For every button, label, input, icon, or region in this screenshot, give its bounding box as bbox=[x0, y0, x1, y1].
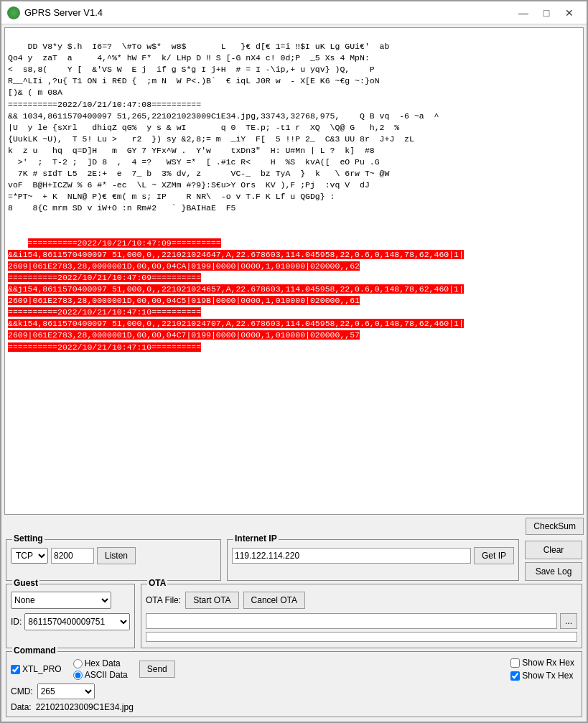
cmd-select[interactable]: 265 bbox=[37, 684, 95, 699]
app-icon bbox=[7, 6, 20, 19]
id-row: ID: 8611570400009751 bbox=[11, 613, 130, 630]
ota-file-label: OTA File: bbox=[146, 595, 181, 605]
id-label: ID: bbox=[11, 617, 22, 627]
title-bar: GPRS Server V1.4 — □ ✕ bbox=[1, 1, 587, 24]
cmd-row2: CMD: 265 bbox=[11, 684, 577, 699]
port-input[interactable] bbox=[51, 548, 94, 564]
ip-input[interactable] bbox=[232, 548, 471, 564]
command-group: Command XTL_PRO Hex Data bbox=[6, 651, 582, 717]
ota-browse-button[interactable]: ... bbox=[560, 613, 577, 629]
hex-data-radio-label[interactable]: Hex Data bbox=[73, 658, 128, 668]
show-rx-label[interactable]: Show Rx Hex bbox=[510, 658, 574, 668]
minimize-button[interactable]: — bbox=[512, 4, 535, 22]
hex-data-label: Hex Data bbox=[85, 658, 121, 668]
row3: Command XTL_PRO Hex Data bbox=[6, 651, 582, 717]
log-highlight: ==========2022/10/21/10:47:09========== … bbox=[8, 238, 464, 352]
cmd-row1: XTL_PRO Hex Data ASCII Data bbox=[11, 658, 577, 681]
ota-inner: OTA File: Start OTA Cancel OTA ... bbox=[146, 592, 577, 642]
guest-group: Guest None ID: 8611570400009751 bbox=[6, 584, 135, 648]
xtl-pro-checkbox-label[interactable]: XTL_PRO bbox=[11, 664, 62, 674]
internet-ip-group: Internet IP Get IP bbox=[227, 539, 519, 581]
hex-data-radio[interactable] bbox=[73, 659, 83, 668]
right-checkboxes: Show Rx Hex Show Tx Hex bbox=[510, 658, 577, 681]
row1: Setting TCP UDP Listen Internet IP Get I… bbox=[6, 539, 582, 581]
save-log-button[interactable]: Save Log bbox=[525, 562, 582, 581]
main-window: GPRS Server V1.4 — □ ✕ DD V8*y $.h I6=? … bbox=[0, 0, 588, 723]
start-ota-button[interactable]: Start OTA bbox=[185, 592, 238, 609]
cmd-row3: Data: 221021023009C1E34.jpg bbox=[11, 702, 577, 712]
show-rx-checkbox[interactable] bbox=[510, 658, 520, 668]
cmd-inner: XTL_PRO Hex Data ASCII Data bbox=[11, 658, 577, 712]
ascii-data-radio-label[interactable]: ASCII Data bbox=[73, 670, 128, 680]
controls-area: Setting TCP UDP Listen Internet IP Get I… bbox=[1, 536, 587, 722]
guest-label: Guest bbox=[12, 578, 39, 588]
internet-ip-row: Get IP bbox=[232, 547, 514, 564]
window-title: GPRS Server V1.4 bbox=[24, 7, 512, 18]
show-tx-label[interactable]: Show Tx Hex bbox=[510, 671, 574, 681]
command-label: Command bbox=[12, 645, 57, 656]
log-content: DD V8*y $.h I6=? \#To w$* w8$ L }€ d[€ 1… bbox=[8, 42, 439, 213]
guest-select[interactable]: None bbox=[11, 592, 111, 609]
ota-top-row: OTA File: Start OTA Cancel OTA bbox=[146, 592, 577, 609]
xtl-pro-checkbox[interactable] bbox=[11, 665, 20, 674]
cancel-ota-button[interactable]: Cancel OTA bbox=[243, 592, 305, 609]
ascii-data-radio[interactable] bbox=[73, 671, 83, 680]
internet-ip-label: Internet IP bbox=[233, 533, 279, 544]
listen-button[interactable]: Listen bbox=[97, 547, 136, 564]
maximize-button[interactable]: □ bbox=[535, 4, 558, 22]
clear-button[interactable]: Clear bbox=[525, 541, 582, 559]
protocol-select[interactable]: TCP UDP bbox=[11, 548, 48, 564]
ota-progress-bar bbox=[146, 632, 577, 642]
data-value: 221021023009C1E34.jpg bbox=[36, 702, 134, 712]
show-rx-text: Show Rx Hex bbox=[522, 658, 574, 668]
show-tx-text: Show Tx Hex bbox=[522, 671, 573, 681]
data-type-radio-group: Hex Data ASCII Data bbox=[73, 658, 128, 680]
ota-label: OTA bbox=[147, 578, 167, 588]
right-buttons: Clear Save Log bbox=[525, 539, 582, 581]
ota-group: OTA OTA File: Start OTA Cancel OTA ... bbox=[141, 584, 582, 648]
get-ip-button[interactable]: Get IP bbox=[474, 547, 514, 564]
checksum-button[interactable]: CheckSum bbox=[526, 518, 584, 535]
send-button[interactable]: Send bbox=[139, 661, 175, 678]
ota-file-row: ... bbox=[146, 613, 577, 629]
show-tx-checkbox[interactable] bbox=[510, 671, 520, 681]
setting-row: TCP UDP Listen bbox=[11, 547, 216, 564]
setting-label: Setting bbox=[12, 533, 45, 544]
log-display: DD V8*y $.h I6=? \#To w$* w8$ L }€ d[€ 1… bbox=[4, 27, 584, 515]
close-button[interactable]: ✕ bbox=[558, 4, 581, 22]
row2: Guest None ID: 8611570400009751 OTA bbox=[6, 584, 582, 648]
setting-group: Setting TCP UDP Listen bbox=[6, 539, 221, 581]
data-label: Data: bbox=[11, 702, 32, 712]
id-select[interactable]: 8611570400009751 bbox=[24, 613, 130, 630]
checksum-row: CheckSum bbox=[1, 518, 587, 535]
ota-file-input[interactable] bbox=[146, 613, 557, 629]
guest-inner: None ID: 8611570400009751 bbox=[11, 592, 130, 630]
ascii-data-label: ASCII Data bbox=[85, 670, 128, 680]
window-controls: — □ ✕ bbox=[512, 4, 581, 22]
xtl-pro-label: XTL_PRO bbox=[22, 664, 62, 674]
cmd-label: CMD: bbox=[11, 686, 33, 696]
